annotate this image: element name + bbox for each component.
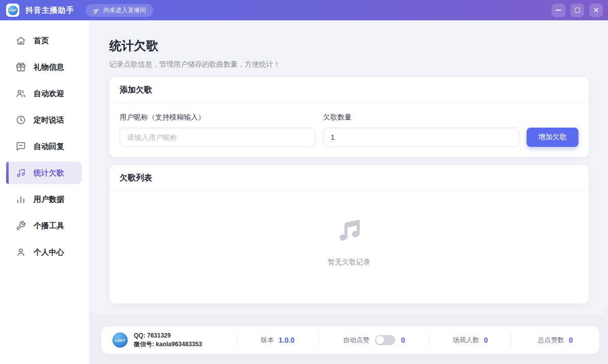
sidebar: 首页 礼物信息 自动欢迎	[0, 20, 89, 364]
sidebar-item-auto-reply[interactable]: 自动回复	[7, 135, 82, 158]
footer-status-bar: LiveT QQ: 7631329 微信号: kaola963483353 版本…	[101, 326, 599, 354]
sidebar-item-label: 自动回复	[34, 142, 64, 151]
music-icon	[16, 168, 26, 178]
empty-state: 暂无欠歌记录	[109, 191, 589, 304]
nickname-input[interactable]	[120, 128, 315, 147]
viewers-label: 场观人数	[453, 336, 479, 345]
sidebar-item-label: 用户数据	[34, 195, 64, 204]
footer-viewers: 场观人数 0	[430, 336, 511, 345]
minimize-icon	[556, 10, 561, 11]
nickname-label: 用户昵称（支持模糊输入）	[120, 113, 315, 122]
total-likes-value: 0	[569, 336, 573, 344]
titlebar: LiveT 抖音主播助手 尚未进入直播间 ✕	[0, 0, 608, 20]
status-badge: 尚未进入直播间	[85, 4, 153, 17]
footer-total-likes: 总点赞数 0	[511, 336, 599, 345]
auto-like-value: 0	[401, 336, 405, 344]
empty-music-note-icon	[334, 216, 364, 248]
count-label: 欠歌数量	[323, 113, 519, 122]
gift-icon	[16, 62, 26, 72]
sidebar-item-label: 首页	[34, 36, 49, 46]
sidebar-item-stream-tools[interactable]: 个播工具	[7, 215, 82, 237]
footer-qq: QQ: 7631329	[134, 331, 202, 340]
page-subtitle: 记录点歌信息，管理用户储存的歌曲数量，方便统计！	[109, 60, 589, 69]
viewers-value: 0	[484, 336, 488, 344]
maximize-icon	[575, 8, 580, 13]
sidebar-item-home[interactable]: 首页	[7, 29, 82, 52]
sidebar-item-label: 礼物信息	[34, 63, 64, 72]
list-card-title: 欠歌列表	[109, 165, 589, 191]
users-icon	[16, 88, 26, 99]
count-input[interactable]	[323, 128, 519, 147]
status-badge-label: 尚未进入直播间	[103, 6, 146, 15]
empty-state-text: 暂无欠歌记录	[328, 258, 370, 267]
add-song-debt-button[interactable]: 增加欠歌	[527, 128, 578, 147]
footer-logo-icon: LiveT	[112, 332, 128, 348]
sidebar-item-timed-speech[interactable]: 定时说话	[7, 109, 82, 131]
sidebar-item-song-debt[interactable]: 统计欠歌	[7, 162, 82, 184]
app-title: 抖音主播助手	[25, 6, 74, 15]
sidebar-item-label: 统计欠歌	[34, 168, 64, 178]
close-button[interactable]: ✕	[589, 4, 603, 17]
home-icon	[16, 36, 26, 46]
footer-version: 版本 1.0.0	[237, 336, 318, 345]
sidebar-item-label: 个播工具	[34, 221, 64, 231]
auto-like-toggle[interactable]	[375, 335, 395, 345]
page-title: 统计欠歌	[109, 38, 589, 54]
sidebar-item-gifts[interactable]: 礼物信息	[7, 56, 82, 78]
wrench-icon	[16, 221, 26, 231]
close-icon: ✕	[593, 7, 599, 14]
disconnected-icon	[93, 7, 100, 14]
add-card-title: 添加欠歌	[109, 77, 589, 103]
version-value: 1.0.0	[279, 336, 295, 344]
minimize-button[interactable]	[552, 4, 565, 17]
main-content: 统计欠歌 记录点歌信息，管理用户储存的歌曲数量，方便统计！ 添加欠歌 用户昵称（…	[89, 20, 608, 315]
clock-icon	[16, 115, 26, 125]
toggle-knob	[376, 336, 384, 344]
footer-contact: LiveT QQ: 7631329 微信号: kaola963483353	[101, 331, 237, 349]
add-song-debt-card: 添加欠歌 用户昵称（支持模糊输入） 欠歌数量 增加欠歌	[109, 77, 589, 157]
chat-icon	[16, 141, 26, 151]
maximize-button[interactable]	[570, 4, 584, 17]
bar-chart-icon	[16, 194, 26, 204]
footer-wechat: 微信号: kaola963483353	[134, 340, 202, 349]
app-logo-icon: LiveT	[8, 6, 18, 15]
user-icon	[16, 247, 26, 257]
sidebar-item-label: 定时说话	[34, 115, 64, 125]
song-debt-list-card: 欠歌列表 暂无欠歌记录	[109, 165, 589, 304]
version-label: 版本	[261, 336, 274, 345]
sidebar-item-auto-welcome[interactable]: 自动欢迎	[7, 82, 82, 105]
sidebar-item-user-data[interactable]: 用户数据	[7, 188, 82, 210]
auto-like-label: 自动点赞	[343, 336, 369, 345]
count-field-group: 欠歌数量	[323, 113, 519, 147]
sidebar-item-label: 自动欢迎	[34, 89, 64, 99]
sidebar-item-label: 个人中心	[34, 248, 64, 257]
sidebar-item-profile[interactable]: 个人中心	[7, 241, 82, 263]
total-likes-label: 总点赞数	[538, 336, 564, 345]
nickname-field-group: 用户昵称（支持模糊输入）	[120, 113, 315, 147]
footer-auto-like: 自动点赞 0	[319, 335, 429, 345]
app-logo: LiveT	[6, 4, 19, 17]
